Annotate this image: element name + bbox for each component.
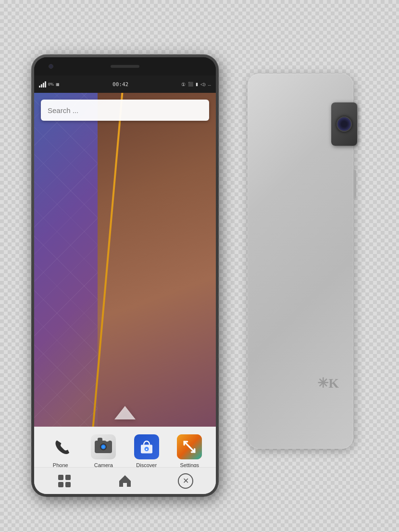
grid-cell-3: [58, 482, 63, 487]
settings-icon: [177, 434, 202, 459]
camera-body: [95, 441, 112, 453]
close-icon: ✕: [178, 473, 193, 489]
phone-back-camera-module: [331, 102, 357, 146]
search-bar[interactable]: [41, 100, 209, 121]
camera-lens-front: [100, 443, 107, 450]
nav-apps-button[interactable]: [53, 471, 76, 491]
phone-icon-svg: [52, 438, 69, 456]
battery-icon: ▮: [196, 82, 198, 87]
app-camera[interactable]: Camera: [86, 434, 121, 468]
signal-bar-1: [39, 86, 40, 88]
scene: ✳K: [31, 35, 368, 497]
signal-percent: 0%: [48, 82, 54, 87]
front-camera: [49, 64, 53, 69]
camera-bump: [98, 438, 102, 441]
settings-icon-svg: [177, 434, 202, 459]
discover-icon: [134, 434, 159, 459]
status-time: 00:42: [112, 81, 128, 88]
phone-back: ✳K: [248, 74, 353, 449]
speaker-grille: [111, 65, 139, 68]
phone-icon: [48, 434, 73, 459]
status-right: ① ⬛ ▮ ◁) ...: [181, 82, 211, 87]
app-phone[interactable]: Phone: [43, 434, 78, 468]
app-dock: Phone Camera: [34, 427, 216, 494]
camera-flash: [105, 438, 109, 442]
grid-icon: [58, 475, 71, 487]
wallpaper: [34, 93, 216, 427]
app-settings[interactable]: Settings: [172, 434, 207, 468]
notification-icon: ①: [181, 82, 186, 87]
sim-icon: ▦: [56, 82, 60, 87]
phone-front: 0% ▦ 00:42 ① ⬛ ▮ ◁) ...: [31, 54, 219, 497]
signal-bars-icon: [39, 81, 46, 88]
screen: 0% ▦ 00:42 ① ⬛ ▮ ◁) ...: [34, 76, 216, 494]
signal-bar-4: [45, 81, 46, 88]
signal-bar-3: [43, 83, 44, 88]
camera-lens-back: [337, 116, 352, 132]
up-arrow-icon[interactable]: [114, 406, 136, 419]
status-left: 0% ▦: [39, 81, 60, 88]
more-icon: ...: [208, 82, 211, 87]
app-icons-row: Phone Camera: [34, 427, 216, 472]
volume-icon: ◁): [200, 82, 205, 87]
camera-icon: [91, 434, 116, 459]
status-bar: 0% ▦ 00:42 ① ⬛ ▮ ◁) ...: [34, 76, 216, 93]
grid-cell-2: [65, 475, 71, 480]
kde-logo: ✳K: [317, 375, 339, 391]
power-button: [353, 170, 356, 199]
nav-home-button[interactable]: [113, 471, 137, 491]
grid-cell-4: [65, 482, 71, 487]
grid-cell-1: [58, 475, 63, 480]
search-input[interactable]: [48, 106, 202, 114]
nav-close-button[interactable]: ✕: [174, 471, 197, 491]
app-discover[interactable]: Discover: [129, 434, 164, 468]
signal-bar-2: [41, 84, 42, 88]
discover-icon-svg: [138, 438, 155, 456]
speaker-area: [34, 57, 216, 76]
display-icon: ⬛: [188, 82, 193, 87]
nav-bar: ✕: [34, 467, 216, 494]
phone-frame: 0% ▦ 00:42 ① ⬛ ▮ ◁) ...: [34, 57, 216, 494]
home-icon: [117, 473, 133, 489]
